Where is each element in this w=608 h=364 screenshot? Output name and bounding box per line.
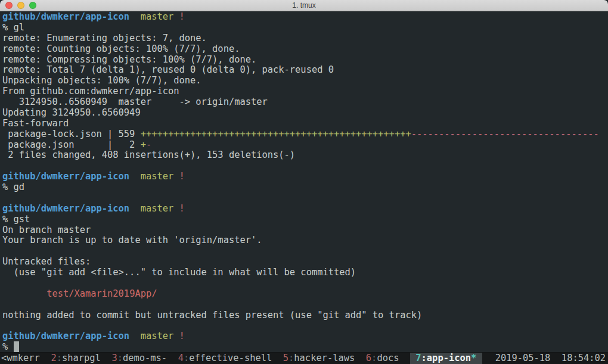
text-segment: remote: Counting objects: 100% (7/7), do… [2,43,240,54]
tmux-window-demo-ms-[interactable]: 3:demo-ms- [111,353,167,364]
output-line: Fast-forward [2,119,608,129]
text-segment: remote: Total 7 (delta 1), reused 0 (del… [2,64,334,75]
text-segment: package.json | 2 [2,139,141,150]
text-segment: On branch master [2,225,91,235]
tmux-window-hacker-laws[interactable]: 5:hacker-laws [283,353,355,364]
output-line: remote: Total 7 (delta 1), reused 0 (del… [2,65,608,76]
window-index: 7 [415,353,421,363]
prompt-line: github/dwmkerr/app-icon master ! [2,204,608,214]
blank-line [2,161,608,172]
window-name: hacker-laws [294,353,355,363]
traffic-lights [0,2,36,9]
text-segment [129,331,141,341]
text-segment: master [141,331,174,341]
text-segment: - [146,139,151,150]
window-index: 6 [366,353,371,363]
window-index: 4 [178,353,184,363]
terminal-window: 1. tmux github/dwmkerr/app-icon master !… [0,0,608,364]
text-segment: master [141,171,174,182]
status-datetime: 2019-05-18 18:54:02 [495,353,606,364]
blank-line [2,278,608,289]
text-segment: ! [179,203,185,214]
tmux-window-effective-shell[interactable]: 4:effective-shell [178,353,272,364]
output-line: From github.com:dwmkerr/app-icon [2,86,608,97]
status-gap [550,353,562,363]
text-segment [2,288,46,299]
window-name: : [117,353,123,363]
text-segment: ! [179,331,185,341]
titlebar[interactable]: 1. tmux [0,0,608,11]
text-segment [129,11,141,22]
blank-line [2,300,608,310]
tmux-status-bar: <wmkerr 2:sharpgl 3:demo-ms- 4:effective… [0,352,608,364]
window-name: : [289,353,294,363]
window-name: : [57,353,62,363]
command-line: % gd [2,182,608,193]
window-index: 3 [111,353,117,363]
tmux-window-truncated[interactable]: <wmkerr [1,353,40,364]
text-segment [173,171,179,182]
text-segment: remote: Enumerating objects: 7, done. [2,33,207,43]
window-name: docs [377,353,399,363]
status-time: 18:54:02 [562,353,606,363]
window-name: : [184,353,189,363]
window-index: 5 [283,353,289,363]
text-segment [173,331,179,341]
text-segment: ! [179,11,185,22]
text-segment: From github.com:dwmkerr/app-icon [2,86,179,97]
output-line: Your branch is up to date with 'origin/m… [2,235,608,246]
diffstat-line: package.json | 2 +- [2,140,608,151]
text-segment: Fast-forward [2,118,69,129]
blank-line [2,246,608,257]
output-line: nothing added to commit but untracked fi… [2,310,608,321]
cursor-line: % [2,342,608,353]
text-segment: Unpacking objects: 100% (7/7), done. [2,75,201,86]
output-line: On branch master [2,225,608,236]
text-segment [173,11,179,22]
prompt-line: github/dwmkerr/app-icon master ! [2,172,608,182]
output-line: 3124950..6560949 master -> origin/master [2,97,608,108]
text-segment: ---------------------------------- [411,129,599,139]
text-segment: + [141,139,146,150]
command-line: % gl [2,23,608,33]
text-segment [173,203,179,214]
zoom-button[interactable] [29,2,36,9]
cursor-block [14,341,19,352]
tmux-window-app-icon[interactable]: 7:app-icon* [410,353,482,364]
output-line: Updating 3124950..6560949 [2,108,608,119]
output-line: 2 files changed, 408 insertions(+), 153 … [2,150,608,161]
text-segment: master [141,11,174,22]
untracked-file-line: test/Xamarin2019App/ [2,289,608,300]
tmux-window-sharpgl[interactable]: 2:sharpgl [51,353,100,364]
tmux-window-list: <wmkerr 2:sharpgl 3:demo-ms- 4:effective… [1,353,482,364]
diffstat-line: package-lock.json | 559 ++++++++++++++++… [2,129,608,140]
window-name: sharpgl [62,353,101,363]
close-button[interactable] [5,2,13,9]
window-name: demo-ms- [123,353,167,363]
prompt-line: github/dwmkerr/app-icon master ! [2,12,608,23]
text-segment: % gst [2,214,30,225]
text-segment: Your branch is up to date with 'origin/m… [2,235,262,245]
text-segment: master [141,203,174,214]
window-name: : [421,353,427,363]
text-segment: 3124950..6560949 master -> origin/master [2,97,268,107]
command-line: % gst [2,214,608,225]
output-line: Unpacking objects: 100% (7/7), done. [2,76,608,86]
minimize-button[interactable] [17,2,24,9]
text-segment: test/Xamarin2019App/ [46,288,157,299]
blank-line [2,321,608,331]
output-line: (use "git add <file>..." to include in w… [2,267,608,278]
text-segment: (use "git add <file>..." to include in w… [2,267,356,278]
output-line: remote: Compressing objects: 100% (7/7),… [2,55,608,66]
terminal-content[interactable]: github/dwmkerr/app-icon master !% glremo… [0,11,608,352]
window-name: effective-shell [189,353,272,363]
text-segment: % [2,341,14,352]
text-segment: remote: Compressing objects: 100% (7/7),… [2,54,256,65]
output-line: remote: Enumerating objects: 7, done. [2,33,608,44]
window-title: 1. tmux [0,0,608,10]
text-segment: ! [179,171,185,182]
tmux-window-docs[interactable]: 6:docs [366,353,399,364]
text-segment: github/dwmkerr/app-icon [2,171,129,182]
window-name: <wmkerr [1,353,40,363]
text-segment: ++++++++++++++++++++++++++++++++++++++++… [141,129,411,139]
